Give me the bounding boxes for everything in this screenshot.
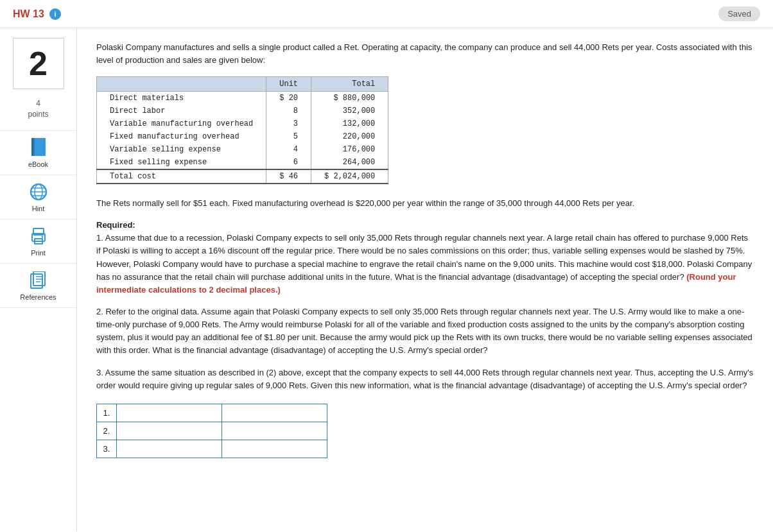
col-header-unit: Unit [266,77,311,92]
answer-value-cell-2[interactable] [221,422,327,440]
main-layout: 2 4 points eBook [0,28,773,531]
svg-point-11 [41,236,43,238]
table-row: Variable manufacturing overhead 3 132,00… [97,117,388,130]
col-header-total: Total [311,77,388,92]
total-unit: $ 46 [266,169,311,184]
header: HW 13 i Saved [0,0,773,28]
sidebar: 2 4 points eBook [0,28,77,531]
references-label: References [20,293,56,301]
hw-title: HW 13 [13,8,44,20]
answer-number-3: 3. [97,440,117,458]
answer-value-cell-1[interactable] [221,404,327,422]
globe-icon [28,182,49,202]
question-number-box: 2 [13,38,64,89]
question-number: 2 [29,44,48,83]
svg-rect-2 [33,138,35,156]
references-icon [28,270,49,291]
row-total: 264,000 [311,156,388,169]
print-icon [28,226,49,246]
row-unit: 3 [266,117,311,130]
answer-number-2: 2. [97,422,117,440]
question-2-text: 2. Refer to the original data. Assume ag… [96,305,754,357]
row-unit: 8 [266,105,311,117]
row-unit: 5 [266,130,311,143]
answer-value-cell-3[interactable] [221,440,327,458]
sidebar-tool-print[interactable]: Print [0,219,76,263]
question-3-text: 3. Assume the same situation as describe… [96,366,754,392]
total-row: Total cost $ 46 $ 2,024,000 [97,169,388,184]
hint-label: Hint [32,205,45,212]
row-total: 352,000 [311,105,388,117]
required-label: Required: [96,220,135,230]
info-icon[interactable]: i [49,8,61,20]
question-1-text: 1. Assume that due to a recession, Polas… [96,233,752,281]
table-row: Fixed manufacturing overhead 5 220,000 [97,130,388,143]
saved-badge: Saved [718,6,760,21]
table-row: Direct materials $ 20 $ 880,000 [97,92,388,105]
points-label: 4 [36,99,40,108]
book-icon [28,137,49,158]
required-section: Required: 1. Assume that due to a recess… [96,219,754,296]
answer-value-2[interactable] [222,422,327,440]
answer-row-3: 3. [97,440,327,458]
points-value: points [28,110,48,119]
answer-table: 1. 2. [96,404,327,458]
sidebar-tool-references[interactable]: References [0,263,76,308]
content-area: Polaski Company manufactures and sells a… [77,28,773,531]
answer-value-1[interactable] [222,404,327,422]
answer-input-cell-1[interactable] [116,404,221,422]
row-label: Direct materials [97,92,266,105]
print-label: Print [31,249,46,257]
row-label: Variable manufacturing overhead [97,117,266,130]
header-left: HW 13 i [13,8,61,20]
table-row: Fixed selling expense 6 264,000 [97,156,388,169]
row-unit: 4 [266,143,311,156]
answer-number-1: 1. [97,404,117,422]
answer-input-cell-3[interactable] [116,440,221,458]
table-row: Variable selling expense 4 176,000 [97,143,388,156]
answer-value-3[interactable] [222,440,327,458]
sidebar-tool-hint[interactable]: Hint [0,175,76,219]
row-unit: $ 20 [266,92,311,105]
table-row: Direct labor 8 352,000 [97,105,388,117]
sidebar-tool-ebook[interactable]: eBook [0,130,76,175]
row-unit: 6 [266,156,311,169]
answer-row-1: 1. [97,404,327,422]
row-label: Variable selling expense [97,143,266,156]
row-total: 132,000 [311,117,388,130]
row-total: 220,000 [311,130,388,143]
row-label: Fixed selling expense [97,156,266,169]
row-total: 176,000 [311,143,388,156]
total-value: $ 2,024,000 [311,169,388,184]
answer-input-2[interactable] [117,422,221,440]
col-header-label [97,77,266,92]
answer-input-cell-2[interactable] [116,422,221,440]
answer-input-1[interactable] [117,404,221,422]
answer-row-2: 2. [97,422,327,440]
intro-paragraph: Polaski Company manufactures and sells a… [96,41,754,66]
row-total: $ 880,000 [311,92,388,105]
cost-table: Unit Total Direct materials $ 20 $ 880,0… [96,76,388,184]
row-label: Direct labor [97,105,266,117]
total-label: Total cost [97,169,266,184]
paragraph-1: The Rets normally sell for $51 each. Fix… [96,197,754,210]
ebook-label: eBook [28,160,48,168]
row-label: Fixed manufacturing overhead [97,130,266,143]
answer-input-3[interactable] [117,440,221,458]
